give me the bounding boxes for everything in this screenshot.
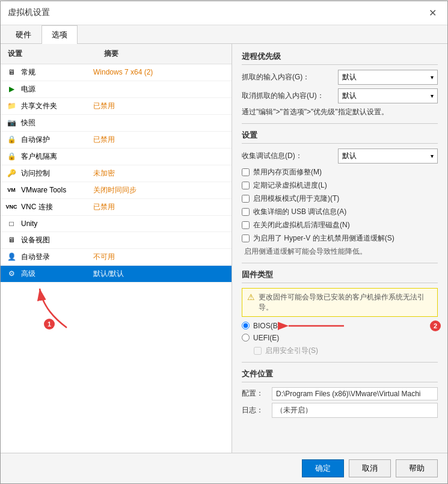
- list-item[interactable]: 🔒 自动保护 已禁用: [1, 132, 232, 149]
- checkbox-label-2: 启用模板模式(用于克隆)(T): [253, 194, 339, 204]
- capture-row: 抓取的输入内容(G)： 默认 ▾: [242, 70, 438, 85]
- left-header: 设置 摘要: [1, 44, 232, 64]
- checkbox-template[interactable]: [242, 195, 250, 203]
- list-item[interactable]: 🔒 客户机隔离: [1, 149, 232, 165]
- checkbox-label-0: 禁用内存页面修整(M): [253, 167, 322, 177]
- item-name: VNC 连接: [21, 202, 93, 212]
- debug-value: 默认: [342, 151, 357, 161]
- list-item[interactable]: 🖥 常规 Windows 7 x64 (2): [1, 64, 232, 81]
- item-summary: 已禁用: [93, 135, 115, 145]
- divider-1: [242, 123, 438, 124]
- checkbox-usb[interactable]: [242, 208, 250, 216]
- col-summary: 摘要: [97, 46, 126, 61]
- dialog-title: 虚拟机设置: [8, 7, 50, 18]
- file-location-section: 配置： D:\Program Files (x86)\VMware\Virtua…: [242, 387, 438, 418]
- release-label: 取消抓取的输入内容(U)：: [242, 91, 338, 101]
- checkbox-label-5: 为启用了 Hyper-V 的主机禁用侧通道缓解(S): [253, 233, 394, 244]
- bios-radio[interactable]: [242, 322, 250, 329]
- item-name: 快照: [21, 118, 93, 128]
- tabs-row: 硬件 选项: [1, 25, 447, 44]
- item-name: 自动登录: [21, 252, 93, 262]
- capture-value: 默认: [342, 72, 357, 82]
- item-name: 常规: [21, 67, 93, 78]
- item-name: 共享文件夹: [21, 101, 93, 111]
- log-row: 日志： （未开启）: [242, 403, 438, 418]
- dialog: 虚拟机设置 ✕ 硬件 选项 设置 摘要 🖥 常规 Windows 7 x64 (…: [0, 1, 448, 484]
- config-row: 配置： D:\Program Files (x86)\VMware\Virtua…: [242, 387, 438, 400]
- list-item[interactable]: VNC VNC 连接 已禁用: [1, 199, 232, 216]
- section-process-priority: 进程优先级: [242, 51, 438, 65]
- annotation-area: 1: [1, 283, 232, 331]
- warning-icon: ⚠: [247, 292, 255, 302]
- close-button[interactable]: ✕: [425, 6, 440, 20]
- item-summary: 不可用: [93, 252, 115, 262]
- release-row: 取消抓取的输入内容(U)： 默认 ▾: [242, 88, 438, 103]
- item-summary: 关闭时同同步: [93, 185, 137, 195]
- unity-icon: □: [5, 219, 17, 228]
- annotation-arrow-svg: [19, 283, 91, 331]
- chevron-down-icon: ▾: [431, 74, 434, 81]
- shared-folder-icon: 📁: [5, 101, 17, 111]
- release-select[interactable]: 默认 ▾: [338, 88, 438, 103]
- list-item[interactable]: 🖥 设备视图: [1, 232, 232, 249]
- bottom-bar: 确定 取消 帮助: [1, 453, 447, 483]
- ok-button[interactable]: 确定: [302, 459, 344, 477]
- divider-2: [242, 263, 438, 263]
- list-item[interactable]: 📁 共享文件夹 已禁用: [1, 98, 232, 115]
- left-panel: 设置 摘要 🖥 常规 Windows 7 x64 (2) ▶ 电源: [1, 44, 232, 453]
- checkbox-log[interactable]: [242, 182, 250, 189]
- item-name: 设备视图: [21, 235, 93, 245]
- deviceview-icon: 🖥: [5, 235, 17, 245]
- title-bar: 虚拟机设置 ✕: [1, 1, 447, 25]
- list-item[interactable]: ▶ 电源: [1, 81, 232, 98]
- uefi-radio[interactable]: [242, 334, 250, 342]
- cancel-button[interactable]: 取消: [349, 459, 391, 477]
- bios-label: BIOS(B): [253, 322, 280, 330]
- bios-row: BIOS(B) 2: [242, 322, 438, 330]
- circle-1: 1: [44, 319, 55, 329]
- item-summary: 未加密: [93, 168, 115, 179]
- release-value: 默认: [342, 91, 357, 101]
- checkbox-row-3: 收集详细的 USB 调试信息(A): [242, 207, 438, 217]
- checkbox-memory[interactable]: [242, 168, 250, 176]
- uefi-row: UEFI(E): [242, 334, 438, 342]
- chevron-down-icon: ▾: [431, 93, 434, 99]
- checkbox-row-0: 禁用内存页面修整(M): [242, 167, 438, 177]
- chevron-down-icon: ▾: [431, 153, 434, 159]
- settings-list: 🖥 常规 Windows 7 x64 (2) ▶ 电源 📁 共享文件夹 已禁用: [1, 64, 232, 331]
- vmwaretools-icon: VM: [5, 185, 17, 195]
- list-item[interactable]: 👤 自动登录 不可用: [1, 249, 232, 266]
- list-item[interactable]: 🔑 访问控制 未加密: [1, 165, 232, 182]
- checkbox-row-5: 为启用了 Hyper-V 的主机禁用侧通道缓解(S): [242, 233, 438, 244]
- tab-hardware[interactable]: 硬件: [5, 25, 41, 44]
- secure-boot-row: 启用安全引导(S): [254, 346, 438, 356]
- list-item[interactable]: VM VMware Tools 关闭时同同步: [1, 182, 232, 199]
- checkbox-row-4: 在关闭此虚拟机后清理磁盘(N): [242, 220, 438, 230]
- item-name: 电源: [21, 84, 93, 94]
- item-summary: Windows 7 x64 (2): [93, 68, 153, 76]
- list-item-advanced[interactable]: ⚙ 高级 默认/默认: [1, 266, 232, 283]
- capture-label: 抓取的输入内容(G)：: [242, 72, 338, 82]
- uefi-label: UEFI(E): [253, 334, 279, 342]
- debug-select[interactable]: 默认 ▾: [338, 149, 438, 164]
- item-name: 自动保护: [21, 135, 93, 145]
- annotation-badge-1: 1: [44, 319, 55, 329]
- help-button[interactable]: 帮助: [396, 459, 438, 477]
- list-item[interactable]: 📷 快照: [1, 115, 232, 132]
- item-name: 访问控制: [21, 168, 93, 179]
- item-summary: 默认/默认: [93, 269, 124, 279]
- item-name: 客户机隔离: [21, 152, 93, 162]
- secure-boot-checkbox[interactable]: [254, 347, 262, 355]
- list-item[interactable]: □ Unity: [1, 216, 232, 232]
- checkbox-label-3: 收集详细的 USB 调试信息(A): [253, 207, 346, 217]
- item-name: Unity: [21, 219, 93, 228]
- item-summary: 已禁用: [93, 101, 115, 111]
- tab-options[interactable]: 选项: [41, 25, 78, 44]
- checkbox-clean[interactable]: [242, 221, 250, 229]
- config-label: 配置：: [242, 388, 272, 399]
- section-settings: 设置: [242, 130, 438, 144]
- checkbox-hyperv[interactable]: [242, 234, 250, 242]
- firmware-warning: ⚠ 更改固件可能会导致已安装的客户机操作系统无法引导。: [242, 288, 438, 317]
- capture-select[interactable]: 默认 ▾: [338, 70, 438, 85]
- autologin-icon: 👤: [5, 252, 17, 262]
